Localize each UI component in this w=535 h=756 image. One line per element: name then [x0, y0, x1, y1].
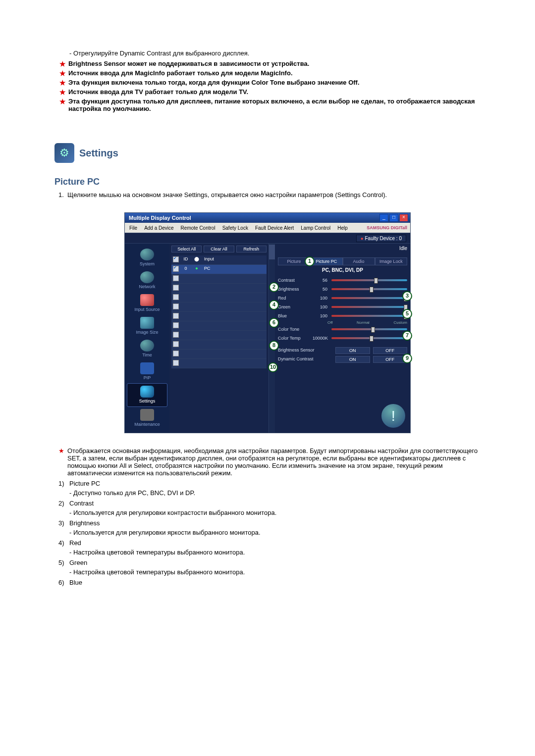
- color-tone-label: Color Tone: [278, 327, 311, 332]
- device-list: Select All Clear All Refresh ID ⬤ Input …: [169, 244, 268, 433]
- color-temp-slider[interactable]: [331, 337, 407, 339]
- brightness-sensor-row: Brightness Sensor ON OFF: [278, 346, 407, 354]
- sidebar-item-network[interactable]: Network: [125, 269, 169, 292]
- dash-note: - Отрегулируйте Dynamic Contrast для выб…: [69, 50, 481, 57]
- sidebar-item-settings[interactable]: Settings: [127, 383, 167, 407]
- pip-icon: [140, 362, 154, 374]
- scrollbar[interactable]: [268, 244, 275, 433]
- callout-2: 2: [269, 282, 279, 292]
- menu-safety-lock[interactable]: Safety Lock: [219, 225, 252, 231]
- row-id: 0: [180, 265, 191, 274]
- contrast-value: 56: [313, 278, 329, 283]
- panel-subhead: PC, BNC, DVI, DP: [278, 267, 407, 273]
- color-tone-slider[interactable]: [331, 328, 407, 330]
- sidebar-label-time: Time: [125, 353, 169, 357]
- item-2: 2)Contrast: [58, 500, 481, 507]
- sidebar-label-network: Network: [125, 284, 169, 289]
- dynamic-contrast-on[interactable]: ON: [335, 356, 370, 363]
- callout-7: 7: [402, 331, 412, 341]
- callout-8: 8: [269, 341, 279, 351]
- menu-remote-control[interactable]: Remote Control: [177, 225, 219, 231]
- opt-normal: Normal: [357, 320, 370, 325]
- warn-icon: !: [381, 404, 405, 428]
- contrast-label: Contrast: [278, 278, 311, 283]
- menu-fault-alert[interactable]: Fault Device Alert: [252, 225, 297, 231]
- red-slider[interactable]: [331, 297, 407, 299]
- maximize-button[interactable]: □: [389, 214, 398, 222]
- menu-lamp-control[interactable]: Lamp Control: [297, 225, 334, 231]
- contrast-slider[interactable]: [331, 279, 407, 281]
- grid-header: ID ⬤ Input: [171, 255, 267, 265]
- item-5: 5)Green: [58, 559, 481, 566]
- tab-picture-pc[interactable]: Picture PC: [310, 257, 342, 265]
- row-checkbox[interactable]: [173, 294, 179, 300]
- row-checkbox[interactable]: [173, 322, 179, 328]
- sidebar-label-settings: Settings: [127, 399, 167, 403]
- brightness-row: Brightness 50: [278, 285, 407, 294]
- table-row[interactable]: [171, 350, 267, 359]
- controls-panel: Idle Picture Picture PC Audio Image Lock…: [275, 244, 410, 433]
- table-row[interactable]: [171, 321, 267, 331]
- sidebar-item-pip[interactable]: PIP: [125, 360, 169, 383]
- select-all-button[interactable]: Select All: [171, 246, 202, 252]
- callout-3: 3: [402, 291, 412, 301]
- green-slider[interactable]: [331, 306, 407, 308]
- faulty-device-badge: Faulty Device : 0: [356, 235, 406, 242]
- sidebar-item-input-source[interactable]: Input Source: [125, 292, 169, 315]
- tab-audio[interactable]: Audio: [343, 257, 375, 265]
- sidebar-item-time[interactable]: Time: [125, 338, 169, 360]
- sidebar-item-system[interactable]: System: [125, 247, 169, 269]
- color-temp-label: Color Temp: [278, 336, 311, 341]
- tab-image-lock[interactable]: Image Lock: [375, 257, 407, 265]
- item-4: 4)Red: [58, 539, 481, 547]
- table-row[interactable]: [171, 359, 267, 368]
- refresh-button[interactable]: Refresh: [236, 246, 267, 252]
- green-value: 100: [313, 304, 329, 309]
- callout-4: 4: [269, 300, 279, 310]
- table-row[interactable]: [171, 331, 267, 340]
- sidebar-item-image-size[interactable]: Image Size: [125, 315, 169, 338]
- network-icon: [140, 271, 154, 283]
- settings-nav-icon: [140, 386, 154, 398]
- brightness-sensor-on[interactable]: ON: [335, 347, 370, 354]
- row-checkbox[interactable]: [173, 351, 179, 356]
- table-row[interactable]: [171, 302, 267, 312]
- table-row[interactable]: [171, 274, 267, 284]
- sidebar-label-maintenance: Maintenance: [125, 422, 169, 427]
- menu-add-device[interactable]: Add a Device: [141, 225, 177, 231]
- row-input: PC: [202, 265, 267, 274]
- window-buttons: _ □ ×: [379, 214, 408, 222]
- table-row[interactable]: 0 ● PC: [171, 265, 267, 274]
- brightness-label: Brightness: [278, 287, 311, 292]
- close-button[interactable]: ×: [399, 214, 408, 222]
- brand-label: SAMSUNG DIGITall: [367, 225, 409, 230]
- header-checkbox[interactable]: [173, 256, 179, 262]
- table-row[interactable]: [171, 293, 267, 302]
- row-checkbox[interactable]: [173, 332, 179, 338]
- table-row[interactable]: [171, 312, 267, 321]
- row-checkbox[interactable]: [173, 360, 179, 366]
- row-checkbox[interactable]: [173, 266, 179, 272]
- clear-all-button[interactable]: Clear All: [204, 246, 234, 252]
- menu-file[interactable]: File: [126, 225, 141, 231]
- menubar: File Add a Device Remote Control Safety …: [125, 223, 410, 233]
- row-checkbox[interactable]: [173, 303, 179, 309]
- table-row[interactable]: [171, 284, 267, 293]
- input-source-icon: [140, 294, 154, 306]
- row-checkbox[interactable]: [173, 313, 179, 319]
- row-checkbox[interactable]: [173, 341, 179, 347]
- menu-help[interactable]: Help: [334, 225, 351, 231]
- row-checkbox[interactable]: [173, 275, 179, 281]
- blue-slider[interactable]: [331, 315, 407, 317]
- minimize-button[interactable]: _: [379, 214, 388, 222]
- green-label: Green: [278, 304, 311, 309]
- table-row[interactable]: [171, 340, 267, 350]
- info-text: Отображается основная информация, необхо…: [58, 447, 481, 477]
- sidebar-item-maintenance[interactable]: Maintenance: [125, 407, 169, 430]
- sidebar-label-input-source: Input Source: [125, 307, 169, 312]
- brightness-sensor-off[interactable]: OFF: [373, 347, 408, 354]
- brightness-slider[interactable]: [331, 288, 407, 290]
- item-1: 1)Picture PC: [58, 480, 481, 487]
- row-checkbox[interactable]: [173, 285, 179, 291]
- sidebar-label-pip: PIP: [125, 375, 169, 380]
